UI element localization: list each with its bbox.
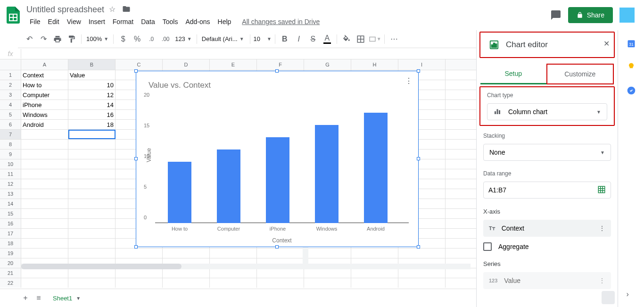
cell[interactable] bbox=[68, 209, 116, 218]
tasks-icon[interactable] bbox=[627, 86, 636, 95]
row-header[interactable]: 9 bbox=[0, 149, 21, 159]
row-header[interactable]: 15 bbox=[0, 209, 21, 218]
chart-embed[interactable]: ⋮ Value vs. Context Value Context 051015… bbox=[136, 71, 419, 247]
row-header[interactable]: 20 bbox=[0, 258, 21, 268]
menu-tools[interactable]: Tools bbox=[159, 17, 182, 26]
cell[interactable] bbox=[68, 169, 116, 179]
cell[interactable] bbox=[210, 278, 257, 288]
menu-data[interactable]: Data bbox=[138, 17, 158, 26]
cell[interactable] bbox=[21, 199, 68, 208]
row-header[interactable]: 17 bbox=[0, 229, 21, 238]
row-header[interactable]: 18 bbox=[0, 239, 21, 248]
cell[interactable] bbox=[116, 278, 163, 288]
cell[interactable] bbox=[21, 278, 68, 288]
decrease-decimal-icon[interactable]: .0 bbox=[145, 33, 158, 46]
cell[interactable] bbox=[21, 229, 68, 238]
row-header[interactable]: 10 bbox=[0, 159, 21, 169]
cell[interactable] bbox=[68, 199, 116, 208]
resize-handle[interactable] bbox=[417, 157, 420, 160]
row-header[interactable]: 1 bbox=[0, 70, 21, 80]
percent-icon[interactable]: % bbox=[131, 33, 144, 46]
column-header[interactable]: I bbox=[398, 59, 446, 70]
row-header[interactable]: 22 bbox=[0, 278, 21, 288]
font-size-dropdown[interactable]: 10▼ bbox=[253, 35, 272, 42]
menu-file[interactable]: File bbox=[26, 17, 44, 26]
resize-handle[interactable] bbox=[417, 69, 420, 73]
tab-setup[interactable]: Setup bbox=[480, 64, 546, 84]
cell[interactable]: 16 bbox=[68, 110, 116, 119]
keep-icon[interactable] bbox=[627, 62, 636, 72]
cell[interactable] bbox=[21, 130, 68, 139]
resize-handle[interactable] bbox=[134, 245, 138, 249]
calendar-icon[interactable]: 31 bbox=[627, 39, 636, 48]
cell[interactable] bbox=[21, 179, 68, 189]
column-header[interactable]: C bbox=[116, 59, 163, 70]
cell[interactable]: Computer bbox=[21, 90, 68, 100]
merge-cells-icon[interactable]: ▼ bbox=[368, 33, 381, 46]
cell[interactable]: 12 bbox=[68, 90, 116, 100]
cell[interactable] bbox=[210, 249, 257, 258]
cell[interactable] bbox=[398, 278, 446, 288]
cell[interactable] bbox=[163, 268, 210, 278]
resize-handle[interactable] bbox=[134, 69, 138, 73]
paint-format-icon[interactable] bbox=[65, 33, 78, 46]
column-header[interactable]: G bbox=[304, 59, 351, 70]
cell[interactable] bbox=[398, 268, 446, 278]
explore-button[interactable] bbox=[602, 291, 615, 304]
cell[interactable]: Context bbox=[21, 70, 68, 80]
cell[interactable] bbox=[68, 179, 116, 189]
row-header[interactable]: 4 bbox=[0, 100, 21, 109]
sheets-logo[interactable] bbox=[4, 6, 23, 25]
aggregate-checkbox[interactable] bbox=[483, 242, 492, 251]
cell[interactable] bbox=[163, 249, 210, 258]
row-header[interactable]: 19 bbox=[0, 249, 21, 258]
cell[interactable] bbox=[68, 140, 116, 149]
row-header[interactable]: 7 bbox=[0, 130, 21, 139]
cell[interactable] bbox=[351, 278, 398, 288]
cell[interactable] bbox=[304, 249, 351, 258]
row-header[interactable]: 14 bbox=[0, 199, 21, 208]
comments-icon[interactable] bbox=[550, 9, 561, 21]
column-header[interactable]: E bbox=[210, 59, 257, 70]
cell[interactable] bbox=[351, 249, 398, 258]
font-dropdown[interactable]: Default (Ari...▼ bbox=[200, 35, 247, 42]
cell[interactable] bbox=[68, 130, 116, 139]
resize-handle[interactable] bbox=[417, 245, 420, 249]
column-header[interactable]: B bbox=[68, 59, 116, 70]
cell[interactable] bbox=[21, 189, 68, 199]
cell[interactable]: Windows bbox=[21, 110, 68, 119]
add-sheet-icon[interactable]: + bbox=[19, 291, 32, 305]
row-header[interactable]: 3 bbox=[0, 90, 21, 100]
cell[interactable]: 14 bbox=[68, 100, 116, 109]
row-header[interactable]: 8 bbox=[0, 140, 21, 149]
borders-icon[interactable] bbox=[354, 33, 367, 46]
row-header[interactable]: 21 bbox=[0, 268, 21, 278]
horizontal-scrollbar[interactable] bbox=[21, 264, 471, 269]
menu-view[interactable]: View bbox=[64, 17, 84, 26]
column-header[interactable]: D bbox=[163, 59, 210, 70]
menu-insert[interactable]: Insert bbox=[85, 17, 108, 26]
more-icon[interactable]: ⋯ bbox=[388, 33, 401, 46]
cell[interactable]: iPhone bbox=[21, 100, 68, 109]
strikethrough-icon[interactable]: S bbox=[306, 33, 320, 46]
cell[interactable] bbox=[304, 278, 351, 288]
stacking-dropdown[interactable]: None ▼ bbox=[483, 144, 611, 161]
undo-icon[interactable]: ↶ bbox=[23, 33, 36, 46]
cell[interactable]: 18 bbox=[68, 120, 116, 129]
menu-edit[interactable]: Edit bbox=[45, 17, 63, 26]
cell[interactable] bbox=[210, 268, 257, 278]
chevron-right-icon[interactable]: › bbox=[627, 290, 636, 299]
number-format-dropdown[interactable]: 123▼ bbox=[173, 35, 194, 42]
data-range-input[interactable] bbox=[483, 182, 611, 199]
cell[interactable] bbox=[116, 268, 163, 278]
fill-color-icon[interactable] bbox=[340, 33, 353, 46]
cell[interactable]: 10 bbox=[68, 80, 116, 90]
row-header[interactable]: 2 bbox=[0, 80, 21, 90]
cell[interactable] bbox=[398, 249, 446, 258]
select-range-icon[interactable] bbox=[597, 185, 606, 195]
all-sheets-icon[interactable]: ≡ bbox=[32, 291, 45, 305]
pill-menu-icon[interactable]: ⋮ bbox=[599, 224, 605, 232]
resize-handle[interactable] bbox=[275, 245, 279, 249]
cell[interactable]: Android bbox=[21, 120, 68, 129]
currency-icon[interactable]: $ bbox=[116, 33, 130, 46]
